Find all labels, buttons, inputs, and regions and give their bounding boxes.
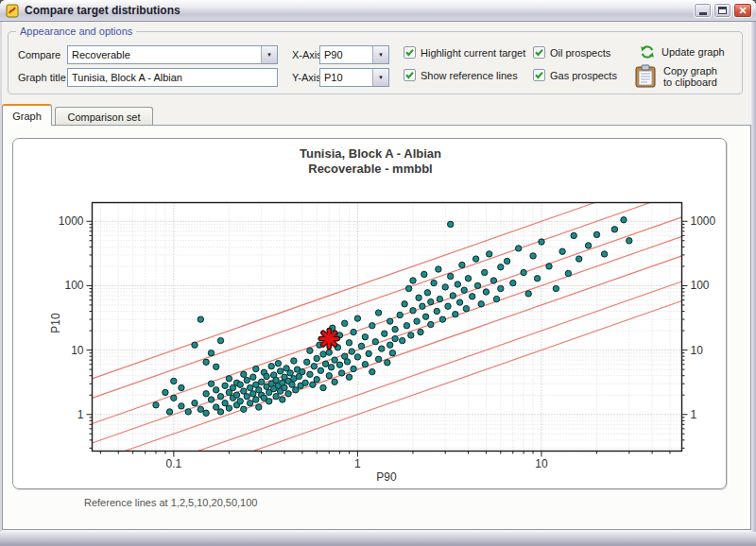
titlebar[interactable]: Compare target distributions ✕ [0,0,756,22]
chevron-down-icon: ▼ [378,52,384,58]
checkbox-highlight-current-target[interactable]: Highlight current target [404,46,525,59]
check-icon [404,70,415,80]
chevron-down-icon: ▼ [266,52,272,58]
app-icon [6,4,20,18]
compare-value: Recoverable [68,46,261,63]
svg-text:1: 1 [354,457,361,470]
window-bottom-border [0,532,756,546]
maximize-icon [718,7,727,14]
tab-graph[interactable]: Graph [2,104,52,126]
svg-text:1000: 1000 [691,214,716,228]
checkbox-label: Gas prospects [550,70,617,81]
svg-text:100: 100 [64,279,83,292]
maximize-button[interactable] [713,3,731,18]
checkbox-label: Highlight current target [421,47,525,59]
tab-label: Comparison set [67,111,140,123]
y-axis-combobox[interactable]: P10 ▼ [319,68,389,87]
x-axis-label: X-Axis [292,49,322,61]
svg-text:0.1: 0.1 [165,457,181,470]
compare-label: Compare [18,49,60,61]
clipboard-icon [634,64,657,89]
x-axis-dropdown-button[interactable]: ▼ [372,46,388,63]
checkbox-box [404,46,416,59]
svg-text:1000: 1000 [59,214,84,228]
svg-text:10: 10 [71,344,84,357]
tab-label: Graph [12,111,42,122]
compare-combobox[interactable]: Recoverable ▼ [67,45,278,64]
svg-text:10: 10 [691,344,704,357]
checkbox-show-reference-lines[interactable]: Show reference lines [404,69,518,81]
checkbox-gas-prospects[interactable]: Gas prospects [533,69,617,81]
groupbox-legend: Appearance and options [16,26,136,37]
window-title: Compare target distributions [25,4,692,17]
y-axis-dropdown-button[interactable]: ▼ [372,69,388,86]
checkbox-box [404,69,416,81]
svg-text:10: 10 [535,457,548,470]
tab-comparison-set[interactable]: Comparison set [55,107,153,126]
check-icon [534,70,544,80]
graph-title-input[interactable] [67,68,278,87]
svg-text:1: 1 [77,408,84,421]
y-axis-label: Y-Axis [292,72,321,84]
chart-panel: Tunisia, Block A - Albian Recoverable - … [12,138,727,489]
x-axis-combobox[interactable]: P90 ▼ [319,45,389,64]
reference-lines-note: Reference lines at 1,2,5,10,20,50,100 [84,497,257,508]
checkbox-label: Show reference lines [421,70,518,81]
compare-distributions-window: Compare target distributions ✕ Appearanc… [0,0,756,546]
svg-text:1: 1 [691,408,697,421]
checkbox-box [533,69,545,81]
update-graph-label: Update graph [662,46,725,58]
scatter-plot: 0.111011101010010010001000 [13,139,726,488]
checkbox-oil-prospects[interactable]: Oil prospects [533,46,610,59]
copy-to-clipboard-label: Copy graphto clipboard [663,65,717,88]
graph-title-label: Graph title [18,72,66,84]
x-axis-title: P90 [92,470,681,484]
checkbox-box [533,46,545,59]
minimize-button[interactable] [694,3,712,18]
close-button[interactable]: ✕ [733,3,752,18]
copy-to-clipboard-button[interactable]: Copy graphto clipboard [634,64,717,89]
close-icon: ✕ [738,5,747,17]
minimize-icon [699,12,707,15]
y-axis-value: P10 [320,69,372,86]
update-graph-button[interactable]: Update graph [640,44,725,60]
check-icon [404,47,415,58]
options-groupbox: Appearance and options Compare Recoverab… [8,31,743,94]
chevron-down-icon: ▼ [378,75,384,80]
compare-dropdown-button[interactable]: ▼ [261,46,277,63]
checkbox-label: Oil prospects [550,47,610,59]
graph-tab-page: Tunisia, Block A - Albian Recoverable - … [2,125,751,530]
x-axis-value: P90 [320,46,372,63]
svg-text:100: 100 [691,279,710,292]
check-icon [534,47,544,58]
y-axis-title: P10 [49,307,62,339]
refresh-icon [640,44,655,60]
window-right-border [751,22,756,533]
